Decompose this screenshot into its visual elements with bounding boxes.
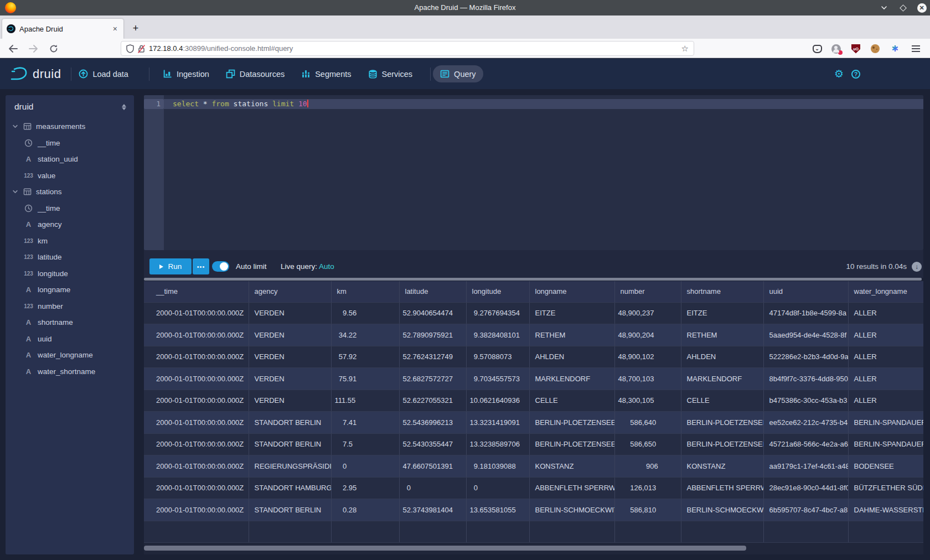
cell-agency[interactable]: VERDEN — [249, 346, 331, 368]
cell-longitude[interactable]: 13.3238589706 — [466, 433, 529, 455]
tree-column-value[interactable]: 123value — [6, 168, 134, 184]
column-header-water_longname[interactable]: water_longname — [848, 281, 923, 302]
cell-shortname[interactable]: RETHEM — [681, 324, 763, 346]
cell-latitude[interactable]: 52.6227055321 — [399, 390, 466, 412]
cell-longname[interactable]: EITZE — [529, 302, 614, 324]
cell-shortname[interactable]: CELLE — [681, 390, 763, 412]
tab-close-icon[interactable]: × — [111, 24, 119, 33]
cell-latitude[interactable]: 52.6827572727 — [399, 368, 466, 390]
cell-latitude[interactable]: 52.3743981404 — [399, 499, 466, 521]
cell-km[interactable]: 0 — [331, 455, 399, 478]
tree-column-__time[interactable]: __time — [6, 135, 134, 152]
cell-__time[interactable]: 2000-01-01T00:00:00.000Z — [144, 368, 249, 390]
query-editor[interactable]: 1 select * from stations limit 10 — [144, 95, 923, 250]
tree-column-station_uuid[interactable]: Astation_uuid — [6, 151, 134, 168]
cell-longitude[interactable]: 9.3828408101 — [466, 324, 529, 346]
cell-latitude[interactable]: 0 — [399, 477, 466, 499]
horizontal-scrollbar[interactable] — [144, 546, 746, 551]
nav-item-query[interactable]: Query — [433, 65, 483, 82]
cell-km[interactable]: 57.92 — [331, 346, 399, 368]
cell-longname[interactable]: BERLIN-PLOETZENSEE U — [529, 433, 614, 455]
tree-column-longname[interactable]: Alongname — [6, 282, 134, 298]
cell-km[interactable]: 2.95 — [331, 477, 399, 499]
cell-latitude[interactable]: 52.7624312749 — [399, 346, 466, 368]
window-close-icon[interactable]: ✕ — [917, 3, 927, 13]
cell-number[interactable]: 48,700,103 — [614, 368, 681, 390]
column-header-longitude[interactable]: longitude — [466, 281, 529, 302]
run-more-button[interactable]: ••• — [193, 258, 209, 274]
cell-number[interactable]: 586,650 — [614, 433, 681, 455]
cell-shortname[interactable]: ABBENFLETH SPERRWEI — [681, 477, 763, 499]
cell-latitude[interactable]: 47.6607501391 — [399, 455, 466, 478]
column-header-uuid[interactable]: uuid — [763, 281, 848, 302]
column-header-latitude[interactable]: latitude — [399, 281, 466, 302]
nav-item-datasources[interactable]: Datasources — [219, 65, 292, 82]
cell-km[interactable]: 111.55 — [331, 390, 399, 412]
chevron-down-icon[interactable] — [11, 189, 19, 195]
cell-__time[interactable]: 2000-01-01T00:00:00.000Z — [144, 455, 249, 478]
url-text[interactable]: 172.18.0.4:30899/unified-console.html#qu… — [149, 44, 678, 53]
cell-agency[interactable]: VERDEN — [249, 368, 331, 390]
tree-column-longitude[interactable]: 123longitude — [6, 266, 134, 282]
cell-longitude[interactable]: 0 — [466, 477, 529, 499]
column-header-km[interactable]: km — [331, 281, 399, 302]
cell-latitude[interactable]: 52.5430355447 — [399, 433, 466, 455]
cell-agency[interactable]: STANDORT BERLIN — [249, 412, 331, 434]
cell-longitude[interactable]: 9.57088073 — [466, 346, 529, 368]
cell-shortname[interactable]: KONSTANZ — [681, 455, 763, 478]
cell-shortname[interactable]: MARKLENDORF — [681, 368, 763, 390]
tree-column-uuid[interactable]: Auuid — [6, 331, 134, 348]
cell-water_longname[interactable]: DAHME-WASSERSTRAS — [848, 499, 923, 521]
cell-uuid[interactable]: aa9179c1-17ef-4c61-a48 — [763, 455, 848, 478]
tree-column-km[interactable]: 123km — [6, 233, 134, 250]
cell-longname[interactable]: RETHEM — [529, 324, 614, 346]
column-header-number[interactable]: number — [614, 281, 681, 302]
browser-tab-apache-druid[interactable]: Apache Druid × — [2, 19, 123, 39]
settings-gear-icon[interactable]: ⚙ — [834, 68, 844, 80]
cell-water_longname[interactable]: BODENSEE — [848, 455, 923, 478]
cell-shortname[interactable]: BERLIN-SCHMOECKWITZ — [681, 499, 763, 521]
cell-uuid[interactable]: 6b595707-8c47-4bc7-a8 — [763, 499, 848, 521]
cell-number[interactable]: 48,900,204 — [614, 324, 681, 346]
reload-icon[interactable] — [46, 42, 61, 56]
tree-table-stations[interactable]: stations — [6, 184, 134, 200]
cell-agency[interactable]: VERDEN — [249, 302, 331, 324]
pane-resize-handle[interactable] — [144, 278, 922, 281]
cell-__time[interactable]: 2000-01-01T00:00:00.000Z — [144, 302, 249, 324]
tree-column-latitude[interactable]: 123latitude — [6, 249, 134, 266]
window-minimize-icon[interactable] — [879, 3, 889, 13]
cell-agency[interactable]: REGIERUNGSPRÄSIDIUM — [249, 455, 331, 478]
extension-asterisk-icon[interactable]: ✱ — [890, 44, 900, 54]
cell-longname[interactable]: KONSTANZ — [529, 455, 614, 478]
cell-__time[interactable]: 2000-01-01T00:00:00.000Z — [144, 324, 249, 346]
menu-hamburger-icon[interactable] — [911, 44, 921, 54]
cell-longname[interactable]: AHLDEN — [529, 346, 614, 368]
cell-longitude[interactable]: 13.3231419091 — [466, 412, 529, 434]
sort-icon[interactable] — [122, 104, 126, 110]
cell-agency[interactable]: VERDEN — [249, 324, 331, 346]
cell-uuid[interactable]: 45721a68-566c-4e2a-a6 — [763, 433, 848, 455]
cell-water_longname[interactable]: BERLIN-SPANDAUER-S — [848, 433, 923, 455]
forward-icon[interactable] — [26, 42, 40, 56]
cell-__time[interactable]: 2000-01-01T00:00:00.000Z — [144, 346, 249, 368]
cell-latitude[interactable]: 52.5436996213 — [399, 412, 466, 434]
window-titlebar[interactable]: Apache Druid — Mozilla Firefox ✕ — [0, 0, 930, 15]
tree-column-water_longname[interactable]: Awater_longname — [6, 347, 134, 364]
nav-item-segments[interactable]: Segments — [294, 65, 358, 82]
url-bar[interactable]: 172.18.0.4:30899/unified-console.html#qu… — [121, 41, 694, 56]
cell-__time[interactable]: 2000-01-01T00:00:00.000Z — [144, 499, 249, 521]
cell-number[interactable]: 48,300,105 — [614, 390, 681, 412]
editor-code-line[interactable]: select * from stations limit 10 — [173, 100, 308, 108]
column-header-__time[interactable]: __time — [144, 281, 249, 302]
cell-km[interactable]: 7.5 — [331, 433, 399, 455]
tree-table-measurements[interactable]: measurements — [6, 118, 134, 135]
ublock-icon[interactable]: uO — [851, 44, 861, 54]
cell-uuid[interactable]: b475386c-30cc-453a-b3 — [763, 390, 848, 412]
cell-km[interactable]: 7.41 — [331, 412, 399, 434]
cell-__time[interactable]: 2000-01-01T00:00:00.000Z — [144, 477, 249, 499]
cell-km[interactable]: 75.91 — [331, 368, 399, 390]
bookmark-star-icon[interactable]: ☆ — [681, 44, 689, 54]
new-tab-button[interactable]: + — [128, 21, 143, 35]
cell-__time[interactable]: 2000-01-01T00:00:00.000Z — [144, 390, 249, 412]
cell-water_longname[interactable]: ALLER — [848, 324, 923, 346]
